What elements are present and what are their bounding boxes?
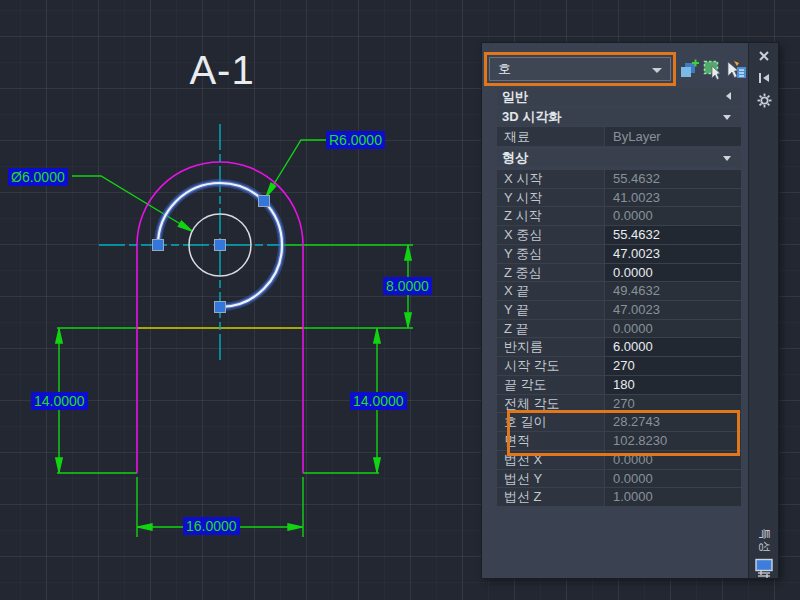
dimension-right-height[interactable]: 14.0000 <box>350 392 407 410</box>
property-label: 법선 Z <box>497 488 604 506</box>
property-row: Y 끝47.0023 <box>497 301 741 320</box>
auto-hide-button[interactable] <box>749 69 779 87</box>
property-row: 면적102.8230 <box>497 432 741 451</box>
property-value: 0.0000 <box>604 320 741 338</box>
palette-tab-title: 특성 <box>749 520 779 562</box>
property-value: 1.0000 <box>604 488 741 506</box>
property-value: 41.0023 <box>604 189 741 207</box>
object-type-value: 호 <box>498 60 511 78</box>
pick-add-icon[interactable] <box>679 58 700 80</box>
property-label: Z 중심 <box>497 264 604 282</box>
property-label: 법선 X <box>497 451 604 469</box>
property-label: X 시작 <box>497 170 604 188</box>
property-value: 270 <box>604 395 741 413</box>
property-row: 시작 각도270 <box>497 357 741 376</box>
property-value[interactable]: 55.4632 <box>604 226 741 244</box>
collapsed-triangle-icon <box>726 92 731 100</box>
property-value[interactable]: 47.0023 <box>604 245 741 263</box>
property-row: 반지름6.0000 <box>497 338 741 357</box>
grip-end <box>153 240 164 251</box>
property-row: X 중심55.4632 <box>497 226 741 245</box>
property-row: X 시작55.4632 <box>497 170 741 189</box>
property-row-material: 재료 ByLayer <box>497 127 741 147</box>
chevron-down-icon <box>652 68 662 73</box>
property-label: 끝 각도 <box>497 376 604 394</box>
dimension-width[interactable]: 16.0000 <box>183 517 240 535</box>
dimension-lines[interactable] <box>56 140 413 537</box>
property-value[interactable]: 270 <box>604 357 741 375</box>
property-value: 0.0000 <box>604 451 741 469</box>
property-value[interactable]: 6.0000 <box>604 338 741 356</box>
property-label: Y 중심 <box>497 245 604 263</box>
close-button[interactable] <box>749 47 779 65</box>
grip-start <box>215 302 226 313</box>
property-row: 법선 Y0.0000 <box>497 470 741 489</box>
settings-gear-icon <box>757 93 772 108</box>
property-label: 재료 <box>497 127 604 146</box>
property-row: 끝 각도180 <box>497 376 741 395</box>
palette-titlebar: 특성 <box>748 43 778 578</box>
grip-mid <box>259 196 270 207</box>
property-row: 법선 Z1.0000 <box>497 488 741 507</box>
quick-select-icon[interactable] <box>725 58 746 80</box>
property-label: Z 시작 <box>497 207 604 225</box>
dimension-left-height[interactable]: 14.0000 <box>31 392 88 410</box>
property-value[interactable]: ByLayer <box>604 127 741 146</box>
property-value: 102.8230 <box>604 432 741 450</box>
center-lines[interactable] <box>99 124 283 361</box>
property-label: X 중심 <box>497 226 604 244</box>
property-row: 전체 각도270 <box>497 395 741 414</box>
auto-hide-icon <box>757 71 771 85</box>
property-row: Y 시작41.0023 <box>497 189 741 208</box>
properties-palette-icon[interactable] <box>753 558 775 578</box>
property-label: 시작 각도 <box>497 357 604 375</box>
property-row: 호 길이28.2743 <box>497 413 741 432</box>
property-value: 0.0000 <box>604 470 741 488</box>
drawing-title[interactable]: A-1 <box>152 48 292 93</box>
property-value[interactable]: 180 <box>604 376 741 394</box>
expanded-triangle-icon <box>723 156 731 161</box>
property-row: Z 시작0.0000 <box>497 207 741 226</box>
property-value: 55.4632 <box>604 170 741 188</box>
property-value: 0.0000 <box>604 207 741 225</box>
property-label: Z 끝 <box>497 320 604 338</box>
property-label: X 끝 <box>497 282 604 300</box>
palette-toolbar <box>679 58 746 80</box>
dimension-height-8[interactable]: 8.0000 <box>383 277 432 295</box>
dimension-diameter[interactable]: Ø6.0000 <box>8 168 68 186</box>
property-row: Z 중심0.0000 <box>497 264 741 283</box>
property-label: 면적 <box>497 432 604 450</box>
section-header-general[interactable]: 일반 <box>497 88 741 106</box>
property-label: 법선 Y <box>497 470 604 488</box>
property-value[interactable]: 0.0000 <box>604 264 741 282</box>
property-row: X 끝49.4632 <box>497 282 741 301</box>
property-row: 법선 X0.0000 <box>497 451 741 470</box>
section-header-3d-visualization[interactable]: 3D 시각화 <box>497 108 741 126</box>
select-objects-icon[interactable] <box>702 58 723 80</box>
property-row: Z 끝0.0000 <box>497 320 741 339</box>
property-value: 28.2743 <box>604 413 741 431</box>
object-type-dropdown[interactable]: 호 <box>489 57 671 81</box>
dimension-radius[interactable]: R6.0000 <box>326 131 385 149</box>
selector-highlight-box: 호 <box>484 52 676 86</box>
section-header-geometry[interactable]: 형상 <box>497 149 741 167</box>
geometry-rows: X 시작55.4632Y 시작41.0023Z 시작0.0000X 중심55.4… <box>497 170 741 507</box>
property-value: 47.0023 <box>604 301 741 319</box>
property-label: 전체 각도 <box>497 395 604 413</box>
property-label: Y 끝 <box>497 301 604 319</box>
grip-center <box>215 240 226 251</box>
expanded-triangle-icon <box>723 115 731 120</box>
property-label: 반지름 <box>497 338 604 356</box>
property-value: 49.4632 <box>604 282 741 300</box>
property-row: Y 중심47.0023 <box>497 245 741 264</box>
settings-button[interactable] <box>749 91 779 109</box>
property-label: Y 시작 <box>497 189 604 207</box>
palette-body: 호 일반 <box>482 43 748 578</box>
close-icon <box>757 49 771 63</box>
properties-palette: 호 일반 <box>482 43 778 578</box>
property-label: 호 길이 <box>497 413 604 431</box>
